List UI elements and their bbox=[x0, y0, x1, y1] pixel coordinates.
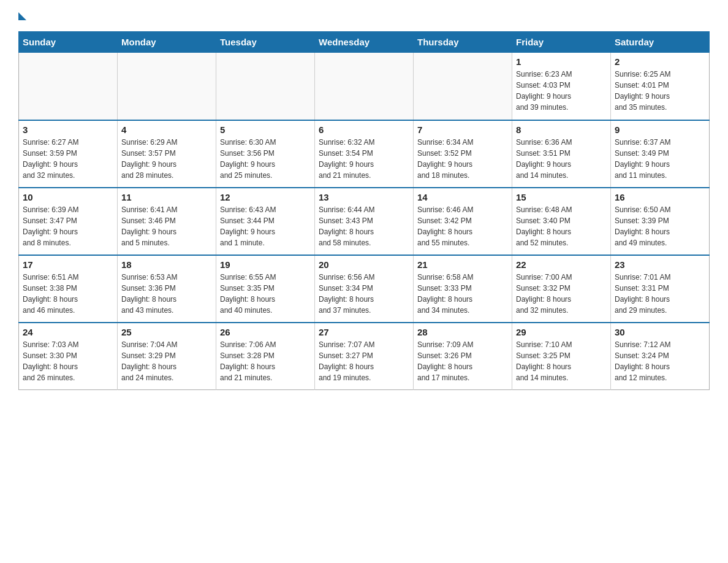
day-cell: 13Sunrise: 6:44 AM Sunset: 3:43 PM Dayli… bbox=[315, 188, 414, 255]
logo bbox=[18, 12, 26, 21]
day-info: Sunrise: 6:25 AM Sunset: 4:01 PM Dayligh… bbox=[615, 69, 705, 113]
day-number: 7 bbox=[417, 124, 508, 135]
day-number: 29 bbox=[516, 327, 607, 337]
day-number: 3 bbox=[23, 124, 113, 135]
day-number: 6 bbox=[319, 124, 409, 135]
day-cell: 5Sunrise: 6:30 AM Sunset: 3:56 PM Daylig… bbox=[216, 120, 315, 188]
day-number: 12 bbox=[220, 192, 311, 202]
day-info: Sunrise: 6:27 AM Sunset: 3:59 PM Dayligh… bbox=[23, 137, 113, 181]
day-info: Sunrise: 6:23 AM Sunset: 4:03 PM Dayligh… bbox=[516, 69, 607, 113]
day-cell: 11Sunrise: 6:41 AM Sunset: 3:46 PM Dayli… bbox=[118, 188, 216, 255]
day-number: 13 bbox=[319, 192, 409, 202]
day-info: Sunrise: 6:51 AM Sunset: 3:38 PM Dayligh… bbox=[23, 272, 113, 316]
week-row-2: 3Sunrise: 6:27 AM Sunset: 3:59 PM Daylig… bbox=[19, 120, 710, 188]
day-info: Sunrise: 6:48 AM Sunset: 3:40 PM Dayligh… bbox=[516, 204, 607, 248]
week-row-4: 17Sunrise: 6:51 AM Sunset: 3:38 PM Dayli… bbox=[19, 255, 710, 323]
day-cell: 10Sunrise: 6:39 AM Sunset: 3:47 PM Dayli… bbox=[19, 188, 118, 255]
header-row: SundayMondayTuesdayWednesdayThursdayFrid… bbox=[19, 32, 710, 53]
day-cell: 26Sunrise: 7:06 AM Sunset: 3:28 PM Dayli… bbox=[216, 323, 315, 390]
day-info: Sunrise: 7:03 AM Sunset: 3:30 PM Dayligh… bbox=[23, 339, 113, 383]
day-info: Sunrise: 7:01 AM Sunset: 3:31 PM Dayligh… bbox=[615, 272, 705, 316]
day-info: Sunrise: 6:53 AM Sunset: 3:36 PM Dayligh… bbox=[121, 272, 212, 316]
day-cell bbox=[19, 53, 118, 120]
week-row-1: 1Sunrise: 6:23 AM Sunset: 4:03 PM Daylig… bbox=[19, 53, 710, 120]
day-info: Sunrise: 6:58 AM Sunset: 3:33 PM Dayligh… bbox=[417, 272, 508, 316]
day-info: Sunrise: 7:04 AM Sunset: 3:29 PM Dayligh… bbox=[121, 339, 212, 383]
day-info: Sunrise: 6:34 AM Sunset: 3:52 PM Dayligh… bbox=[417, 137, 508, 181]
day-cell: 7Sunrise: 6:34 AM Sunset: 3:52 PM Daylig… bbox=[414, 120, 512, 188]
day-cell: 8Sunrise: 6:36 AM Sunset: 3:51 PM Daylig… bbox=[512, 120, 611, 188]
logo-arrow-icon bbox=[18, 12, 26, 20]
day-cell: 25Sunrise: 7:04 AM Sunset: 3:29 PM Dayli… bbox=[118, 323, 216, 390]
header-cell-wednesday: Wednesday bbox=[315, 32, 414, 53]
header-cell-sunday: Sunday bbox=[19, 32, 118, 53]
day-info: Sunrise: 7:07 AM Sunset: 3:27 PM Dayligh… bbox=[319, 339, 409, 383]
day-number: 4 bbox=[121, 124, 212, 135]
day-number: 21 bbox=[417, 259, 508, 270]
day-cell: 4Sunrise: 6:29 AM Sunset: 3:57 PM Daylig… bbox=[118, 120, 216, 188]
calendar-body: 1Sunrise: 6:23 AM Sunset: 4:03 PM Daylig… bbox=[19, 53, 710, 390]
day-number: 20 bbox=[319, 259, 409, 270]
day-cell: 18Sunrise: 6:53 AM Sunset: 3:36 PM Dayli… bbox=[118, 255, 216, 323]
day-info: Sunrise: 6:41 AM Sunset: 3:46 PM Dayligh… bbox=[121, 204, 212, 248]
week-row-3: 10Sunrise: 6:39 AM Sunset: 3:47 PM Dayli… bbox=[19, 188, 710, 255]
day-info: Sunrise: 7:00 AM Sunset: 3:32 PM Dayligh… bbox=[516, 272, 607, 316]
day-number: 15 bbox=[516, 192, 607, 202]
calendar-header: SundayMondayTuesdayWednesdayThursdayFrid… bbox=[19, 32, 710, 53]
day-number: 16 bbox=[615, 192, 705, 202]
day-cell bbox=[216, 53, 315, 120]
day-cell: 1Sunrise: 6:23 AM Sunset: 4:03 PM Daylig… bbox=[512, 53, 611, 120]
day-number: 23 bbox=[615, 259, 705, 270]
header-cell-friday: Friday bbox=[512, 32, 611, 53]
day-info: Sunrise: 6:29 AM Sunset: 3:57 PM Dayligh… bbox=[121, 137, 212, 181]
header-cell-saturday: Saturday bbox=[611, 32, 710, 53]
day-info: Sunrise: 6:50 AM Sunset: 3:39 PM Dayligh… bbox=[615, 204, 705, 248]
day-number: 1 bbox=[516, 56, 607, 67]
day-cell: 14Sunrise: 6:46 AM Sunset: 3:42 PM Dayli… bbox=[414, 188, 512, 255]
day-number: 10 bbox=[23, 192, 113, 202]
day-cell: 27Sunrise: 7:07 AM Sunset: 3:27 PM Dayli… bbox=[315, 323, 414, 390]
day-number: 5 bbox=[220, 124, 311, 135]
day-info: Sunrise: 6:46 AM Sunset: 3:42 PM Dayligh… bbox=[417, 204, 508, 248]
day-info: Sunrise: 6:44 AM Sunset: 3:43 PM Dayligh… bbox=[319, 204, 409, 248]
header-cell-thursday: Thursday bbox=[414, 32, 512, 53]
day-number: 28 bbox=[417, 327, 508, 337]
day-number: 14 bbox=[417, 192, 508, 202]
day-info: Sunrise: 6:43 AM Sunset: 3:44 PM Dayligh… bbox=[220, 204, 311, 248]
day-cell bbox=[118, 53, 216, 120]
day-info: Sunrise: 6:56 AM Sunset: 3:34 PM Dayligh… bbox=[319, 272, 409, 316]
day-info: Sunrise: 7:12 AM Sunset: 3:24 PM Dayligh… bbox=[615, 339, 705, 383]
day-info: Sunrise: 7:10 AM Sunset: 3:25 PM Dayligh… bbox=[516, 339, 607, 383]
day-cell: 3Sunrise: 6:27 AM Sunset: 3:59 PM Daylig… bbox=[19, 120, 118, 188]
page-header bbox=[18, 12, 710, 21]
day-number: 26 bbox=[220, 327, 311, 337]
day-cell: 19Sunrise: 6:55 AM Sunset: 3:35 PM Dayli… bbox=[216, 255, 315, 323]
day-cell: 16Sunrise: 6:50 AM Sunset: 3:39 PM Dayli… bbox=[611, 188, 710, 255]
day-number: 30 bbox=[615, 327, 705, 337]
day-info: Sunrise: 7:09 AM Sunset: 3:26 PM Dayligh… bbox=[417, 339, 508, 383]
day-info: Sunrise: 6:30 AM Sunset: 3:56 PM Dayligh… bbox=[220, 137, 311, 181]
day-number: 2 bbox=[615, 56, 705, 67]
day-number: 11 bbox=[121, 192, 212, 202]
day-number: 9 bbox=[615, 124, 705, 135]
day-cell: 28Sunrise: 7:09 AM Sunset: 3:26 PM Dayli… bbox=[414, 323, 512, 390]
day-info: Sunrise: 6:55 AM Sunset: 3:35 PM Dayligh… bbox=[220, 272, 311, 316]
day-cell: 20Sunrise: 6:56 AM Sunset: 3:34 PM Dayli… bbox=[315, 255, 414, 323]
day-number: 27 bbox=[319, 327, 409, 337]
week-row-5: 24Sunrise: 7:03 AM Sunset: 3:30 PM Dayli… bbox=[19, 323, 710, 390]
day-cell: 12Sunrise: 6:43 AM Sunset: 3:44 PM Dayli… bbox=[216, 188, 315, 255]
day-number: 17 bbox=[23, 259, 113, 270]
day-info: Sunrise: 7:06 AM Sunset: 3:28 PM Dayligh… bbox=[220, 339, 311, 383]
day-cell: 2Sunrise: 6:25 AM Sunset: 4:01 PM Daylig… bbox=[611, 53, 710, 120]
day-info: Sunrise: 6:36 AM Sunset: 3:51 PM Dayligh… bbox=[516, 137, 607, 181]
day-number: 22 bbox=[516, 259, 607, 270]
calendar-table: SundayMondayTuesdayWednesdayThursdayFrid… bbox=[18, 31, 710, 390]
day-cell: 23Sunrise: 7:01 AM Sunset: 3:31 PM Dayli… bbox=[611, 255, 710, 323]
day-cell: 30Sunrise: 7:12 AM Sunset: 3:24 PM Dayli… bbox=[611, 323, 710, 390]
day-cell: 22Sunrise: 7:00 AM Sunset: 3:32 PM Dayli… bbox=[512, 255, 611, 323]
day-number: 18 bbox=[121, 259, 212, 270]
day-cell bbox=[315, 53, 414, 120]
day-cell: 15Sunrise: 6:48 AM Sunset: 3:40 PM Dayli… bbox=[512, 188, 611, 255]
day-info: Sunrise: 6:37 AM Sunset: 3:49 PM Dayligh… bbox=[615, 137, 705, 181]
header-cell-monday: Monday bbox=[118, 32, 216, 53]
